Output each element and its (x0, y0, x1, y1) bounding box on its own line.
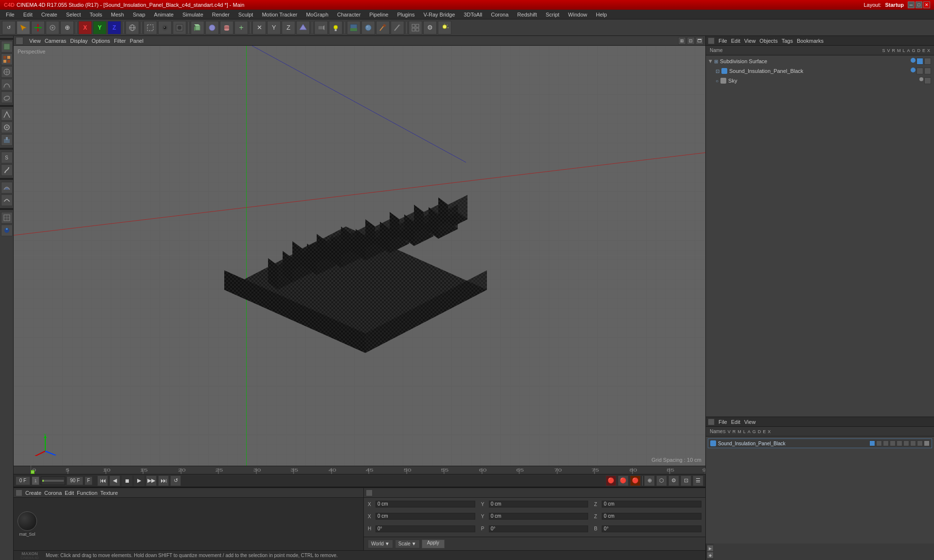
snap-button[interactable]: ⚙ (423, 21, 437, 35)
menu-vray[interactable]: V-Ray Bridge (420, 11, 459, 18)
viewport-menu-cameras[interactable]: Cameras (45, 38, 67, 44)
attr-menu-file[interactable]: File (718, 419, 727, 425)
y-position-input[interactable]: 0 cm (489, 501, 589, 508)
object-mode-button[interactable] (1, 41, 13, 52)
menu-edit[interactable]: Edit (19, 11, 36, 18)
y-axis-button[interactable]: Y (93, 21, 107, 35)
loop-button[interactable]: ↺ (170, 475, 181, 486)
texture-mode-button[interactable] (1, 53, 13, 65)
sel-obj-btn3[interactable] (883, 440, 889, 446)
polygon-mode-button[interactable]: ✕ (252, 21, 266, 35)
paint-button[interactable] (376, 21, 390, 35)
obj-sp-color-dot[interactable] (911, 68, 916, 72)
close-button[interactable]: ✕ (923, 1, 930, 8)
camera-perspective-button[interactable] (314, 21, 328, 35)
timeline-list-button[interactable]: ☰ (693, 475, 703, 486)
obj-mgr-menu-objects[interactable]: Objects (759, 38, 777, 44)
menu-motion-tracker[interactable]: Motion Tracker (258, 11, 301, 18)
sel-obj-btn7[interactable] (910, 440, 916, 446)
x-position-input[interactable]: 0 cm (376, 501, 475, 508)
edge-mode-button[interactable]: Y (267, 21, 281, 35)
attr-menu-view[interactable]: View (744, 419, 756, 425)
prev-frame-button[interactable]: ◀ (109, 475, 120, 486)
apply-button[interactable]: Apply (422, 540, 445, 548)
render-region-button[interactable] (144, 21, 157, 35)
sel-obj-btn1[interactable] (869, 440, 875, 446)
rp-icon-1[interactable]: ▶ (707, 545, 713, 551)
point-mode-button[interactable]: Z (282, 21, 295, 35)
record-button[interactable]: 🔴 (606, 475, 616, 486)
undo-button[interactable]: ↺ (2, 21, 16, 35)
viewport-expand-button[interactable]: ⊞ (678, 37, 686, 45)
mat-menu-corona[interactable]: Corona (44, 490, 62, 496)
timeline-settings-button[interactable]: ⚙ (668, 475, 679, 486)
model-mode-button[interactable] (296, 21, 310, 35)
menu-redshift[interactable]: Redshift (513, 11, 540, 18)
sel-obj-btn5[interactable] (897, 440, 902, 446)
nurbs-button[interactable] (1, 91, 13, 103)
menu-help[interactable]: Help (592, 11, 611, 18)
cube-button[interactable] (191, 21, 204, 35)
menu-file[interactable]: File (2, 11, 18, 18)
world-coord-button[interactable] (126, 21, 139, 35)
menu-simulate[interactable]: Simulate (179, 11, 207, 18)
menu-pipeline[interactable]: Pipeline (365, 11, 392, 18)
sel-obj-btn8[interactable] (917, 440, 923, 446)
menu-mesh[interactable]: Mesh (107, 11, 128, 18)
smooth-tool-button[interactable] (1, 194, 13, 206)
scale-button[interactable]: Scale ▼ (395, 540, 420, 548)
live-select-button[interactable] (17, 21, 30, 35)
sculpt-tool-button[interactable] (1, 182, 13, 193)
menu-render[interactable]: Render (208, 11, 234, 18)
sphere-button[interactable] (205, 21, 219, 35)
paint-deformer-button[interactable] (1, 134, 13, 146)
menu-sculpt[interactable]: Sculpt (234, 11, 257, 18)
menu-select[interactable]: Select (62, 11, 85, 18)
magnet-tool-button[interactable]: S (1, 152, 13, 163)
rp-icon-2[interactable]: ◆ (707, 552, 713, 558)
render-view-button[interactable] (158, 21, 172, 35)
go-to-start-button[interactable]: ⏮ (97, 475, 108, 486)
obj-mgr-menu-view[interactable]: View (744, 38, 756, 44)
minimize-button[interactable]: ─ (908, 1, 915, 8)
render-settings-button[interactable] (173, 21, 186, 35)
cylinder-button[interactable] (220, 21, 234, 35)
menu-animate[interactable]: Animate (150, 11, 178, 18)
menu-create[interactable]: Create (37, 11, 61, 18)
obj-sound-panel[interactable]: ⊡ Sound_Insulation_Panel_Black (707, 66, 933, 76)
play-button[interactable]: ▶ (134, 475, 144, 486)
obj-ss-btn2[interactable] (924, 58, 931, 65)
frame-step-input[interactable]: 1 (32, 476, 39, 485)
stop-button[interactable]: ⏹ (122, 475, 132, 486)
mesh-deformer-button[interactable] (1, 212, 13, 224)
h-input[interactable]: 0° (376, 525, 475, 532)
viewport-menu-filter[interactable]: Filter (114, 38, 126, 44)
motion-mode-button[interactable]: 🔴 (630, 475, 641, 486)
obj-ss-color-dot[interactable] (911, 58, 916, 63)
obj-mgr-menu-file[interactable]: File (718, 38, 727, 44)
spline-tool-button[interactable] (1, 109, 13, 121)
b-input[interactable]: 0° (602, 525, 701, 532)
environment-button[interactable] (347, 21, 360, 35)
x-size-input[interactable]: 0 cm (376, 513, 475, 520)
vertex-map-button[interactable] (1, 225, 13, 236)
polygon-select-button[interactable] (1, 66, 13, 78)
viewport-3d[interactable]: Perspective (14, 46, 705, 466)
obj-sp-btn1[interactable] (916, 68, 923, 74)
menu-window[interactable]: Window (564, 11, 591, 18)
menu-corona[interactable]: Corona (487, 11, 512, 18)
knife-button[interactable] (391, 21, 404, 35)
move-tool-button[interactable] (31, 21, 45, 35)
obj-sky-btn1[interactable] (924, 77, 931, 84)
viewport-menu-panel[interactable]: Panel (130, 38, 144, 44)
powerslider-button[interactable]: ⊡ (681, 475, 691, 486)
sel-obj-btn6[interactable] (903, 440, 909, 446)
menu-tools[interactable]: Tools (86, 11, 106, 18)
p-input[interactable]: 0° (489, 525, 589, 532)
mat-menu-function[interactable]: Function (77, 490, 97, 496)
menu-snap[interactable]: Snap (129, 11, 149, 18)
bezier-button[interactable] (1, 79, 13, 90)
obj-ss-btn1[interactable] (916, 58, 923, 65)
obj-mgr-menu-bookmarks[interactable]: Bookmarks (797, 38, 824, 44)
sel-obj-btn9[interactable] (924, 440, 930, 446)
